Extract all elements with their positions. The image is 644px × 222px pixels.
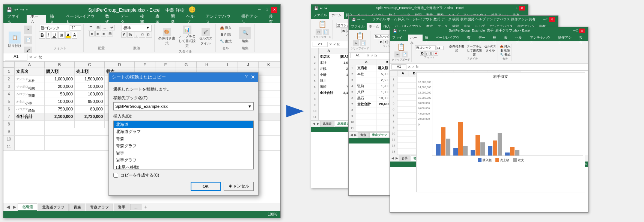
cell[interactable]: 八戸 <box>356 89 377 95</box>
w3-cond-btn[interactable]: 条件付き書式 <box>448 44 465 57</box>
w3-save-icon[interactable]: 💾 <box>393 29 397 33</box>
cell[interactable]: 支店名 <box>319 54 339 60</box>
w3-scroll-right[interactable]: ▶ <box>395 156 399 160</box>
w2-scroll-left[interactable]: ◀ <box>349 133 354 137</box>
w3-insert-btn[interactable]: 📥 挿入 <box>500 44 510 48</box>
dialog-question-mark[interactable]: ? <box>245 74 248 80</box>
cell[interactable] <box>356 119 377 125</box>
w1-tab-file[interactable]: ファイル <box>311 12 329 19</box>
list-item-hokkaido-graph[interactable]: 北海道グラフ <box>114 128 253 135</box>
w3-maximize[interactable]: □ <box>576 29 578 33</box>
w1-save-icon[interactable]: 💾 <box>314 6 318 10</box>
w2-minimize[interactable]: ─ <box>543 17 545 22</box>
w1-scroll-left[interactable]: ◀ <box>312 122 316 125</box>
w2-tab-aomori-graph[interactable]: 青森グラフ <box>369 132 390 138</box>
cell[interactable] <box>319 108 339 114</box>
cell[interactable] <box>319 114 339 120</box>
dialog-close-btn[interactable]: ✕ <box>251 74 255 80</box>
w1-redo-icon[interactable]: ↪ <box>324 6 327 10</box>
dialog-insert-list[interactable]: 北海道 北海道グラフ 青森 青森グラフ 岩手 岩手グラフ (末尾へ移動) <box>113 121 254 169</box>
cell[interactable]: 黒石 <box>356 95 377 101</box>
w3-undo-icon[interactable]: ↩ <box>399 29 402 33</box>
w2-maximize[interactable]: □ <box>546 17 548 22</box>
w3-tab-insert[interactable]: 挿入 <box>423 35 434 41</box>
cell[interactable] <box>356 125 377 131</box>
w3-redo-icon[interactable]: ↪ <box>403 29 406 33</box>
w2-col-a[interactable]: A <box>356 59 377 65</box>
cancel-button[interactable]: キャンセル <box>224 182 254 191</box>
w3-cut[interactable]: ✂ <box>394 51 400 57</box>
w3-delete-btn[interactable]: 🗑 削除 <box>500 48 510 53</box>
w1-cut-icon[interactable]: ✂ <box>316 29 322 35</box>
w1-cell-ref[interactable]: A1 <box>313 42 328 47</box>
w2-copy[interactable]: 📄 <box>360 40 366 46</box>
w3-cell-style-btn[interactable]: セルのスタイル <box>483 44 497 57</box>
ok-button[interactable]: OK <box>191 182 221 191</box>
w3-font-name[interactable]: 游ゴシック <box>415 45 436 50</box>
w3-table-btn[interactable]: テーブルとして書式設定 <box>466 44 483 57</box>
w3-tab-view[interactable]: 表示 <box>502 35 513 41</box>
w3-tab-review[interactable]: 校閲 <box>491 35 502 41</box>
cell[interactable]: 全社合計 <box>319 90 339 96</box>
w1-bold[interactable]: B <box>341 29 346 33</box>
w2-paste-icon[interactable]: 📋 <box>356 32 364 40</box>
cell[interactable]: 支店名 <box>356 65 377 71</box>
cell[interactable]: 北幌 <box>319 66 339 72</box>
w2-save-icon[interactable]: 💾 <box>352 18 356 21</box>
cell[interactable]: 全社合計 <box>356 101 377 107</box>
w1-scroll-right[interactable]: ▶ <box>316 122 320 125</box>
w2-tab-file[interactable]: ファイル <box>349 23 367 30</box>
w1-tab-hokkaido[interactable]: 北海道 <box>320 121 334 127</box>
w1-tab-home[interactable]: ホーム <box>329 12 344 19</box>
w3-underline[interactable]: U <box>429 51 433 56</box>
copy-checkbox[interactable] <box>113 173 118 178</box>
w2-italic[interactable]: I <box>384 40 387 44</box>
cell[interactable]: 旭川 <box>319 78 339 84</box>
w3-tab-data[interactable]: データ <box>476 35 491 41</box>
w3-tab-help[interactable]: ヘルプ <box>513 35 528 41</box>
w3-bold[interactable]: B <box>420 51 425 56</box>
w3-italic[interactable]: I <box>425 51 429 56</box>
w3-tab-formula[interactable]: 数式 <box>465 35 476 41</box>
list-item-end[interactable]: (末尾へ移動) <box>114 164 253 169</box>
cell[interactable] <box>319 102 339 108</box>
w2-cut[interactable]: ✂ <box>353 40 359 46</box>
cell[interactable]: 本社 <box>319 60 339 66</box>
w2-redo-icon[interactable]: ↪ <box>362 18 365 21</box>
w1-paste-icon[interactable]: 📋 <box>318 20 327 29</box>
w3-tab-file[interactable]: ファイル <box>390 35 408 41</box>
w1-maximize[interactable]: □ <box>516 6 518 11</box>
cell[interactable] <box>356 107 377 113</box>
cell[interactable] <box>356 113 377 119</box>
w1-col-a[interactable]: A <box>319 48 339 54</box>
w3-tab-pagelayout[interactable]: ページレイアウト <box>433 35 465 41</box>
w2-tab-home[interactable]: ホーム <box>367 23 381 30</box>
cell[interactable] <box>319 96 339 102</box>
w3-tab-share[interactable]: 共有 <box>577 35 588 41</box>
w3-tab-assist[interactable]: 操作アシシ <box>556 35 577 41</box>
w3-font-size[interactable]: 11 <box>436 46 444 50</box>
w1-minimize[interactable]: ─ <box>513 6 515 11</box>
list-item-aomori-graph[interactable]: 青森グラフ <box>114 142 253 150</box>
list-item-aomori[interactable]: 青森 <box>114 135 253 142</box>
cell[interactable]: 小橋 <box>319 72 339 78</box>
w2-cell-ref[interactable]: A1 <box>350 53 365 58</box>
w1-copy-icon[interactable]: 📄 <box>323 29 329 35</box>
w3-close[interactable]: ✕ <box>579 29 585 33</box>
cell[interactable] <box>356 77 377 83</box>
w3-paste-icon[interactable]: 📋 <box>397 43 405 51</box>
w3-scroll-left[interactable]: ◀ <box>391 156 395 160</box>
w2-undo-icon[interactable]: ↩ <box>357 18 360 21</box>
w2-bold[interactable]: B <box>379 40 384 44</box>
w1-close[interactable]: ✕ <box>519 6 525 11</box>
w1-undo-icon[interactable]: ↩ <box>320 6 323 10</box>
w3-tab-antenna[interactable]: アンテナハウス <box>528 35 556 41</box>
list-item-iwate-graph[interactable]: 岩手グラフ <box>114 157 253 164</box>
cell[interactable]: 函館 <box>319 84 339 90</box>
dialog-book-dropdown[interactable]: SplitPerGroup_Example.xlsx ▼ <box>113 102 254 110</box>
cell[interactable]: 本社 <box>356 71 377 77</box>
w2-scroll-right[interactable]: ▶ <box>354 133 358 137</box>
w3-font-color[interactable]: A <box>434 51 438 56</box>
w3-copy[interactable]: 📄 <box>402 51 408 57</box>
w3-tab-home[interactable]: ホーム <box>408 35 423 41</box>
